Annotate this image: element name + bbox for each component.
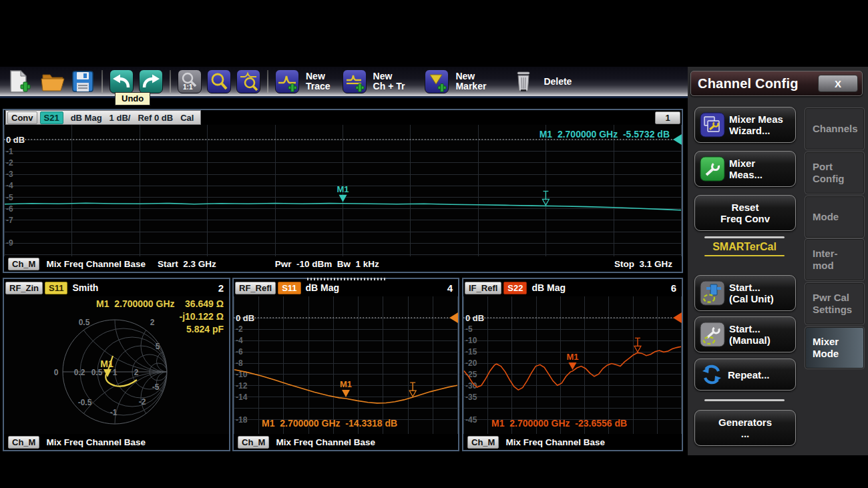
trace-ref: Ref 0 dB (138, 113, 173, 123)
plot-smith[interactable]: M1 2.700000 GHz 36.649 Ω -j10.122 Ω 5.82… (4, 296, 229, 434)
section-separator (704, 236, 785, 238)
button-label: Repeat... (728, 369, 770, 381)
redo-icon (139, 69, 163, 93)
new-trace-label[interactable]: New Trace (306, 71, 331, 91)
window-number: 4 (447, 282, 457, 294)
start-manual-button[interactable]: Start... (Manual) (694, 316, 796, 352)
svg-text:M1: M1 (337, 184, 349, 194)
window-footer: Ch_M Mix Freq Channel Base Start 2.3 GHz… (4, 256, 682, 272)
zoom-reset-button[interactable]: 1:1 (176, 69, 203, 94)
new-marker-icon (425, 69, 449, 93)
new-channel-trace-button[interactable] (341, 69, 368, 94)
toolbar: 1:1 (0, 67, 688, 98)
splitter-handle[interactable] (307, 278, 387, 280)
channel-info: Mix Freq Channel Base (46, 259, 146, 269)
channel-info: Mix Freq Channel Base (46, 437, 146, 447)
manual-cal-icon (700, 322, 725, 347)
button-label: Mixer Meas Wizard... (729, 113, 783, 136)
new-marker-button[interactable] (423, 69, 450, 94)
svg-text:-5: -5 (465, 324, 473, 334)
vna-screen: 1:1 (0, 0, 868, 488)
tab-mixer-mode[interactable]: Mixer Mode (805, 327, 864, 369)
trace-cal: Cal (180, 113, 194, 123)
open-folder-icon (40, 69, 67, 93)
window-header[interactable]: Conv S21 dB Mag 1 dB/ Ref 0 dB Cal 1 (4, 110, 682, 125)
mixer-meas-wizard-button[interactable]: Mixer Meas Wizard... (694, 107, 796, 143)
channel-info: Mix Freq Channel Base (276, 437, 375, 447)
delete-label[interactable]: Delete (544, 77, 572, 87)
svg-text:0 dB: 0 dB (465, 313, 484, 323)
zoom-button[interactable] (206, 69, 232, 94)
delete-button[interactable] (510, 69, 537, 94)
window-if-refl[interactable]: IF_Refl S22 dB Mag 6 M1 2.700000 GHz -23… (462, 278, 683, 451)
svg-text:-45: -45 (465, 415, 477, 425)
tab-intermod[interactable]: Inter- mod (805, 239, 864, 280)
window-rf-refl[interactable]: RF_Refl S11 dB Mag 4 M1 2.700000 GHz -14… (232, 278, 459, 451)
trace-format: dB Mag (71, 113, 102, 123)
svg-text:-20: -20 (465, 358, 477, 368)
start-cal-unit-button[interactable]: Start... (Cal Unit) (694, 275, 796, 311)
svg-text:0 dB: 0 dB (236, 313, 254, 323)
svg-text:1:1: 1:1 (183, 83, 193, 91)
sparam-badge: S11 (45, 282, 67, 294)
svg-text:-14: -14 (236, 393, 248, 402)
svg-text:2: 2 (134, 368, 139, 377)
repeat-button[interactable]: Repeat... (694, 358, 796, 391)
close-button[interactable]: X (818, 75, 858, 92)
wizard-icon (700, 112, 725, 138)
new-trace-button[interactable] (274, 69, 300, 94)
tab-port-config[interactable]: Port Config (805, 152, 864, 194)
window-header[interactable]: IF_Refl S22 dB Mag 6 (463, 279, 682, 296)
trace-format: Smith (72, 282, 98, 293)
svg-text:1: 1 (113, 368, 118, 377)
svg-text:-8: -8 (236, 358, 243, 368)
button-label: Reset Freq Conv (720, 202, 770, 224)
tab-mode[interactable]: Mode (805, 196, 864, 238)
plot-rf-refl[interactable]: M1 2.700000 GHz -14.3318 dB 0 dB-2-4-6-8… (234, 296, 458, 434)
new-recall-button[interactable] (5, 69, 32, 94)
svg-text:-15: -15 (465, 347, 477, 356)
svg-text:5: 5 (156, 342, 160, 351)
tab-channels[interactable]: Channels (805, 108, 864, 150)
undo-button[interactable] (108, 69, 135, 94)
window-header[interactable]: RF_Refl S11 dB Mag 4 (234, 279, 458, 296)
trace-name-badge: IF_Refl (465, 282, 501, 294)
new-marker-label[interactable]: New Marker (455, 71, 486, 91)
window-footer: Ch_M Mix Freq Channel Base (234, 434, 458, 450)
svg-text:-4: -4 (6, 181, 13, 190)
window-rf-zin-smith[interactable]: RF_Zin S11 Smith 2 M1 2.700000 GHz 36.64… (3, 278, 230, 451)
trace-title-strip[interactable]: Conv S21 dB Mag 1 dB/ Ref 0 dB Cal (5, 110, 201, 125)
marker-readout: M1 2.700000 GHz 36.649 Ω -j10.122 Ω 5.82… (96, 298, 224, 336)
window-header[interactable]: RF_Zin S11 Smith 2 (4, 279, 229, 296)
trash-icon (513, 69, 534, 93)
reset-freq-conv-button[interactable]: Reset Freq Conv (694, 195, 796, 231)
mixer-meas-button[interactable]: Mixer Meas... (694, 151, 796, 187)
svg-text:-9: -9 (6, 238, 13, 248)
toolbar-separator (267, 70, 268, 93)
redo-button[interactable] (138, 69, 164, 94)
svg-text:-6: -6 (6, 204, 13, 214)
window-number: 2 (218, 282, 228, 294)
generators-button[interactable]: Generators ... (694, 410, 796, 446)
save-icon (71, 69, 95, 93)
plot-conv[interactable]: M1 2.700000 GHz -5.5732 dB 0 dB-1-2-3-4-… (4, 125, 682, 256)
svg-text:-18: -18 (236, 415, 248, 425)
button-label: Generators ... (718, 417, 772, 439)
zoom-trace-button[interactable] (235, 69, 262, 94)
mixer-meas-icon (700, 156, 725, 182)
panel-title-bar[interactable]: Channel Config X (690, 71, 863, 96)
sweep-power-bw: Pwr -10 dBm Bw 1 kHz (275, 259, 379, 269)
plot-if-refl[interactable]: M1 2.700000 GHz -23.6556 dB 0 dB-5-10-15… (463, 296, 682, 434)
new-channel-trace-label[interactable]: New Ch + Tr (373, 71, 405, 91)
sweep-stop: Stop 3.1 GHz (614, 259, 672, 269)
svg-text:M1: M1 (340, 379, 352, 389)
tab-pwr-cal-settings[interactable]: Pwr Cal Settings (805, 283, 864, 324)
new-channel-trace-icon (343, 69, 367, 93)
svg-text:-5: -5 (152, 383, 160, 392)
button-label: Start... (Cal Unit) (729, 282, 774, 304)
window-conv-s21[interactable]: Conv S21 dB Mag 1 dB/ Ref 0 dB Cal 1 M1 … (3, 109, 683, 273)
button-label: Start... (Manual) (729, 323, 771, 346)
channel-badge: Ch_M (8, 436, 39, 449)
save-button[interactable] (69, 69, 96, 94)
open-button[interactable] (40, 69, 67, 94)
